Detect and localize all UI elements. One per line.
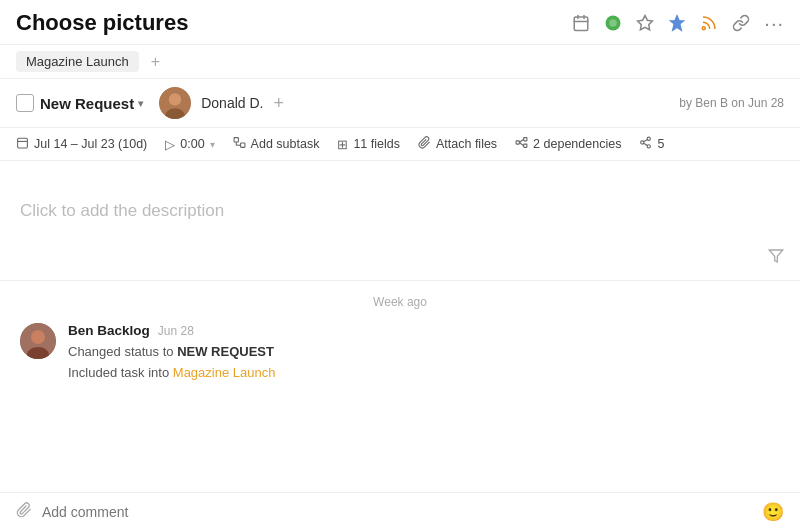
circle-icon[interactable] (604, 14, 622, 32)
add-assignee-button[interactable]: + (273, 93, 284, 114)
header-icon-group: ··· (572, 12, 784, 35)
filter-icon[interactable] (768, 248, 784, 268)
paperclip-icon (418, 136, 431, 152)
svg-point-9 (169, 93, 181, 105)
svg-point-29 (31, 330, 45, 344)
calendar-icon[interactable] (572, 14, 590, 32)
activity-text-prefix1: Changed status to (68, 344, 177, 359)
link-icon[interactable] (732, 14, 750, 32)
toolbar-row: New Request ▾ Donald D. + by Ben B on Ju… (0, 79, 800, 128)
activity-text-line2: Included task into Magazine Launch (68, 363, 780, 384)
svg-rect-13 (234, 138, 238, 142)
more-icon[interactable]: ··· (764, 12, 784, 35)
svg-line-20 (519, 139, 523, 142)
activity-section: Week ago Ben Backlog Jun 28 Changed stat… (0, 281, 800, 404)
svg-marker-27 (769, 250, 782, 262)
svg-point-24 (648, 145, 651, 148)
time-tracker[interactable]: ▷ 0:00 ▾ (165, 137, 214, 152)
svg-rect-18 (524, 138, 527, 141)
add-subtask-button[interactable]: Add subtask (233, 136, 320, 152)
comment-attach-icon[interactable] (16, 502, 32, 522)
activity-text-bold1: NEW REQUEST (177, 344, 274, 359)
comment-input[interactable] (42, 504, 752, 520)
fields-icon: ⊞ (337, 137, 348, 152)
activity-date: Jun 28 (158, 324, 194, 338)
avatar (159, 87, 191, 119)
svg-rect-0 (575, 17, 589, 31)
created-by-info: by Ben B on Jun 28 (679, 96, 784, 110)
comment-bar: 🙂 (0, 492, 800, 531)
svg-line-26 (644, 140, 648, 142)
svg-rect-11 (18, 138, 28, 148)
emoji-icon[interactable]: 🙂 (762, 501, 784, 523)
play-icon: ▷ (165, 137, 175, 152)
activity-text-prefix2: Included task into (68, 365, 173, 380)
svg-line-21 (519, 143, 523, 146)
dependencies-button[interactable]: 2 dependencies (515, 136, 621, 152)
date-range[interactable]: Jul 14 – Jul 23 (10d) (16, 136, 147, 152)
new-request-button[interactable]: New Request ▾ (40, 95, 143, 112)
activity-user-name: Ben Backlog (68, 323, 150, 338)
star-icon[interactable] (636, 14, 654, 32)
activity-header: Ben Backlog Jun 28 (68, 323, 780, 338)
svg-rect-19 (524, 144, 527, 147)
fields-button[interactable]: ⊞ 11 fields (337, 137, 400, 152)
page-title: Choose pictures (16, 10, 188, 36)
description-area[interactable]: Click to add the description (0, 161, 800, 281)
calendar-small-icon (16, 136, 29, 152)
activity-item: Ben Backlog Jun 28 Changed status to NEW… (20, 323, 780, 384)
activity-content: Ben Backlog Jun 28 Changed status to NEW… (68, 323, 780, 384)
week-ago-label: Week ago (20, 295, 780, 309)
svg-point-22 (648, 137, 651, 140)
dependency-icon (515, 136, 528, 152)
tab-add-button[interactable]: + (147, 53, 164, 71)
svg-rect-14 (240, 143, 244, 147)
share-icon (639, 136, 652, 152)
svg-rect-17 (516, 141, 519, 144)
svg-line-25 (644, 143, 648, 145)
svg-point-5 (610, 19, 618, 27)
pin-icon[interactable] (668, 14, 686, 32)
description-placeholder: Click to add the description (20, 201, 224, 220)
activity-avatar (20, 323, 56, 359)
app-header: Choose pictures ··· (0, 0, 800, 45)
attach-files-button[interactable]: Attach files (418, 136, 497, 152)
chevron-down-icon: ▾ (138, 98, 143, 109)
time-chevron-icon: ▾ (210, 139, 215, 150)
task-checkbox[interactable] (16, 94, 34, 112)
svg-point-23 (641, 141, 644, 144)
tab-bar: Magazine Launch + (0, 45, 800, 79)
share-button[interactable]: 5 (639, 136, 664, 152)
subtask-icon (233, 136, 246, 152)
assignee-name: Donald D. (201, 95, 263, 111)
meta-row: Jul 14 – Jul 23 (10d) ▷ 0:00 ▾ Add subta… (0, 128, 800, 161)
activity-text-line1: Changed status to NEW REQUEST (68, 342, 780, 363)
feed-icon[interactable] (700, 14, 718, 32)
svg-marker-6 (638, 16, 653, 30)
new-request-label: New Request (40, 95, 134, 112)
tab-magazine-launch[interactable]: Magazine Launch (16, 51, 139, 72)
activity-text-link1[interactable]: Magazine Launch (173, 365, 276, 380)
svg-point-7 (703, 27, 706, 30)
